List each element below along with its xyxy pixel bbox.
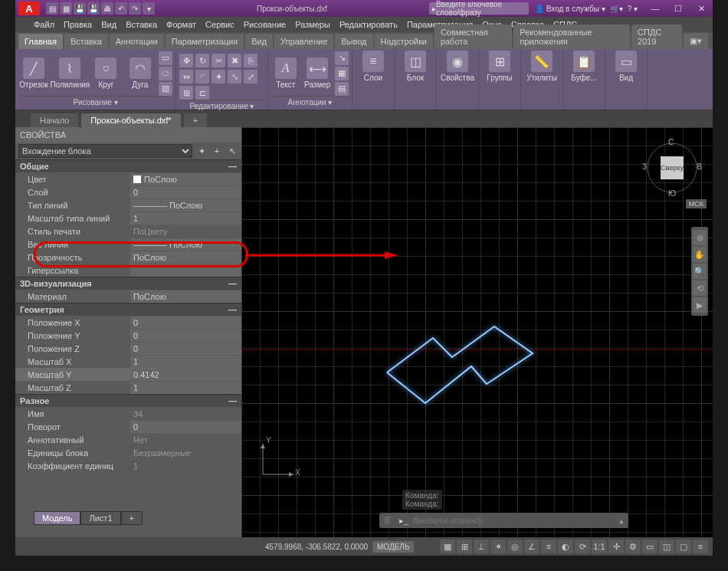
menu-format[interactable]: Формат (166, 20, 196, 29)
prop-value[interactable]: ———— ПоСлою (130, 238, 241, 251)
help-icon[interactable]: ? ▾ (628, 5, 638, 13)
sb-snap-icon[interactable]: ⊞ (457, 540, 472, 553)
tab-current-doc[interactable]: Прокси-объекты.dxf* (81, 113, 180, 127)
panel-annot-label[interactable]: Аннотации ▾ (271, 96, 349, 108)
leader-icon[interactable]: ↘ (335, 51, 349, 65)
text-button[interactable]: AТекст (271, 57, 300, 89)
command-line[interactable]: ⠿ ▸_ ▴ (379, 513, 628, 528)
coordinates-readout[interactable]: 4579.9968, -306.5822, 0.0000 (265, 543, 368, 551)
sb-customize-icon[interactable]: ≡ (693, 540, 708, 553)
explode-icon[interactable]: ✦ (212, 70, 225, 84)
nav-zoom-icon[interactable]: 🔍 (693, 264, 707, 279)
menu-edit[interactable]: Правка (64, 20, 92, 29)
offset-icon[interactable]: ⊏ (195, 86, 209, 100)
panel-draw-label[interactable]: Рисование ▾ (18, 96, 172, 108)
props-button[interactable]: ◉Свойства (440, 51, 475, 82)
props-section-geom[interactable]: Геометрия— (15, 303, 241, 316)
tab-spds2019[interactable]: СПДС 2019 (631, 25, 682, 49)
sb-otrack-icon[interactable]: ∠ (524, 540, 539, 553)
sb-lweight-icon[interactable]: ≡ (541, 540, 556, 553)
tab-model[interactable]: Модель (34, 511, 80, 525)
rect-icon[interactable]: ▭ (159, 51, 172, 65)
prop-value[interactable]: 1 (130, 382, 241, 394)
table-icon[interactable]: ▦ (335, 67, 349, 80)
tab-start[interactable]: Начало (31, 113, 78, 127)
nav-pan-icon[interactable]: ✋ (693, 247, 707, 262)
nav-orbit-icon[interactable]: ⟲ (693, 281, 707, 296)
tab-featured[interactable]: Рекомендованные приложения (513, 25, 630, 49)
prop-value[interactable]: 1 (130, 212, 241, 225)
sb-monitor-icon[interactable]: ▭ (642, 540, 657, 553)
selected-block-shape[interactable] (379, 319, 548, 418)
quickselect-icon[interactable]: ✦ (195, 145, 208, 157)
ucs-icon[interactable]: X Y (255, 436, 301, 484)
ellipse-icon[interactable]: ⬭ (159, 67, 172, 80)
sb-grid-icon[interactable]: ▦ (440, 540, 455, 553)
mirror-icon[interactable]: ⇔ (179, 70, 193, 84)
menu-tools[interactable]: Сервис (205, 20, 234, 29)
ribbon-collapse-icon[interactable]: ▣▾ (684, 33, 708, 49)
pickadd-icon[interactable]: + (211, 145, 223, 157)
layers-button[interactable]: ≡Слои (356, 51, 391, 82)
stretch-icon[interactable]: ⤡ (228, 70, 241, 84)
qat-save-icon[interactable]: 💾 (74, 2, 86, 15)
qat-new-icon[interactable]: ▤ (46, 2, 58, 15)
sb-clean-icon[interactable]: ▢ (676, 540, 691, 553)
prop-value[interactable]: 0 (130, 186, 241, 199)
tab-output[interactable]: Вывод (335, 34, 372, 49)
copy-icon[interactable]: ⎘ (244, 54, 257, 67)
menu-modify[interactable]: Редактировать (339, 20, 398, 29)
tab-layout1[interactable]: Лист1 (80, 511, 120, 525)
qat-open-icon[interactable]: ▦ (60, 2, 72, 15)
prop-value[interactable]: ПоСлою (130, 290, 241, 303)
sb-osnap-icon[interactable]: ◎ (507, 540, 523, 553)
sb-isolate-icon[interactable]: ◫ (659, 540, 674, 553)
sb-transparency-icon[interactable]: ◐ (558, 540, 573, 553)
cmdline-grip-icon[interactable]: ⠿ (379, 516, 395, 526)
drawing-viewport[interactable]: X Y Сверху С Ю В З МСК ⊚ ✋ 🔍 ⟲ ▶ Команда… (241, 127, 713, 537)
tab-addins[interactable]: Надстройки (375, 34, 433, 49)
prop-value[interactable]: 0.4142 (130, 369, 241, 381)
rotate-icon[interactable]: ↻ (195, 54, 209, 67)
props-section-general[interactable]: Общие— (15, 159, 241, 172)
sb-cycling-icon[interactable]: ⟳ (575, 540, 590, 553)
utils-button[interactable]: 📏Утилиты (524, 51, 559, 82)
close-button[interactable]: ✕ (690, 0, 713, 17)
tab-annotate[interactable]: Аннотации (110, 34, 164, 49)
menu-view[interactable]: Вид (101, 20, 116, 29)
fillet-icon[interactable]: ◜ (195, 70, 209, 84)
tab-add-layout[interactable]: + (121, 511, 143, 525)
command-input[interactable] (413, 516, 615, 525)
menu-file[interactable]: Файл (34, 20, 54, 29)
erase-icon[interactable]: ✖ (228, 54, 241, 67)
sb-annovisibility-icon[interactable]: ✢ (608, 540, 624, 553)
qat-more-icon[interactable]: ▾ (143, 2, 155, 15)
signin-link[interactable]: 👤 Вход в службы ▾ (535, 5, 605, 13)
sb-polar-icon[interactable]: ✶ (490, 540, 506, 553)
minimize-button[interactable]: — (644, 0, 667, 17)
mtext-icon[interactable]: ▤ (335, 82, 349, 96)
polyline-button[interactable]: ⌇Полилиния (52, 57, 87, 89)
prop-value[interactable]: 0 (130, 317, 241, 329)
tab-view[interactable]: Вид (245, 34, 273, 49)
hatch-icon[interactable]: ▨ (159, 82, 172, 96)
scale-icon[interactable]: ⤢ (244, 70, 257, 84)
selection-type-dropdown[interactable]: Вхождение блока (18, 144, 192, 158)
block-button[interactable]: ◫Блок (398, 51, 433, 82)
groups-button[interactable]: ⊞Группы (482, 51, 517, 82)
prop-value[interactable]: 0 (130, 330, 241, 342)
props-section-misc[interactable]: Разное— (15, 394, 241, 407)
move-icon[interactable]: ✥ (179, 54, 193, 67)
prop-value[interactable]: 1 (130, 356, 241, 368)
trim-icon[interactable]: ✂ (212, 54, 225, 67)
viewcube-top[interactable]: Сверху (661, 156, 684, 179)
sb-ortho-icon[interactable]: ⊥ (474, 540, 489, 553)
tab-manage[interactable]: Управление (274, 34, 333, 49)
sb-workspace-icon[interactable]: ⚙ (625, 540, 641, 553)
array-icon[interactable]: ⊞ (179, 86, 193, 100)
wcs-label[interactable]: МСК (686, 199, 707, 208)
qat-saveas-icon[interactable]: 💾 (87, 2, 100, 15)
nav-wheel-icon[interactable]: ⊚ (693, 230, 707, 245)
menu-draw[interactable]: Рисование (244, 20, 286, 29)
tab-home[interactable]: Главная (18, 34, 63, 49)
